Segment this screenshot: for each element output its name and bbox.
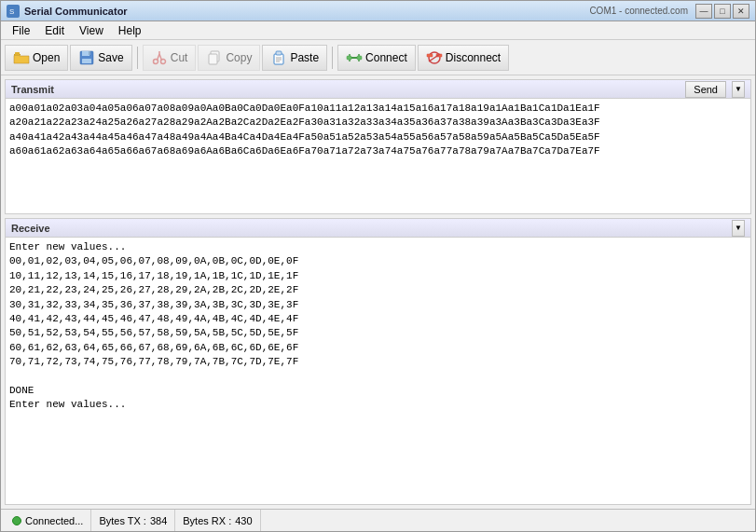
receive-label: Receive	[11, 223, 50, 234]
bytes-tx-status: Bytes TX : 384	[91, 510, 175, 531]
main-content: Transmit Send ▼ Receive ▼	[1, 75, 755, 509]
svg-rect-21	[357, 56, 362, 60]
cut-label: Cut	[171, 51, 188, 64]
svg-rect-5	[82, 51, 89, 56]
svg-text:S: S	[9, 7, 14, 16]
save-button[interactable]: Save	[70, 45, 131, 71]
window-controls: — □ ✕	[695, 4, 749, 19]
open-label: Open	[33, 51, 60, 64]
svg-rect-3	[15, 52, 20, 56]
transmit-dropdown[interactable]: ▼	[732, 81, 745, 98]
receive-dropdown[interactable]: ▼	[732, 220, 745, 237]
transmit-header: Transmit Send ▼	[6, 80, 750, 99]
copy-button[interactable]: Copy	[198, 45, 260, 71]
transmit-textarea[interactable]	[6, 99, 750, 213]
close-button[interactable]: ✕	[733, 4, 749, 19]
disconnect-label: Disconnect	[446, 51, 501, 64]
connect-label: Connect	[365, 51, 407, 64]
bytes-tx-label: Bytes TX :	[99, 515, 146, 526]
transmit-controls: Send ▼	[685, 81, 745, 98]
maximize-button[interactable]: □	[714, 4, 731, 19]
bytes-rx-status: Bytes RX : 430	[175, 510, 260, 531]
svg-rect-20	[347, 56, 351, 60]
menu-help[interactable]: Help	[111, 22, 149, 39]
bytes-tx-value: 384	[150, 515, 167, 526]
disconnect-icon	[426, 49, 443, 66]
status-bar: Connected... Bytes TX : 384 Bytes RX : 4…	[1, 509, 755, 531]
minimize-button[interactable]: —	[695, 4, 712, 19]
connect-button[interactable]: Connect	[337, 45, 416, 71]
window-subtitle: COM1 - connected.com	[589, 6, 688, 16]
app-icon: S	[7, 5, 20, 18]
paste-button[interactable]: Paste	[262, 45, 327, 71]
menu-bar: File Edit View Help	[1, 21, 755, 40]
open-icon	[13, 49, 30, 66]
save-icon	[78, 49, 95, 66]
paste-label: Paste	[290, 51, 319, 64]
window-title: Serial Communicator	[24, 6, 589, 17]
transmit-content	[6, 99, 750, 213]
copy-icon	[206, 49, 223, 66]
svg-line-11	[159, 54, 162, 61]
separator-1	[137, 47, 138, 69]
menu-view[interactable]: View	[72, 22, 111, 39]
svg-rect-14	[209, 54, 217, 64]
bytes-rx-value: 430	[235, 515, 252, 526]
menu-file[interactable]: File	[5, 22, 37, 39]
connected-label: Connected...	[25, 515, 83, 526]
svg-rect-28	[427, 54, 433, 57]
cut-button[interactable]: Cut	[143, 45, 197, 71]
connection-indicator	[12, 516, 21, 525]
svg-rect-16	[276, 51, 282, 55]
connection-status: Connected...	[8, 510, 91, 531]
copy-label: Copy	[226, 51, 252, 64]
paste-icon	[270, 49, 287, 66]
svg-rect-6	[89, 51, 90, 55]
transmit-label: Transmit	[11, 84, 54, 95]
svg-rect-7	[82, 59, 91, 63]
cut-icon	[151, 49, 168, 66]
open-button[interactable]: Open	[5, 45, 68, 71]
toolbar: Open Save	[1, 40, 755, 75]
disconnect-button[interactable]: Disconnect	[418, 45, 509, 71]
receive-content	[6, 238, 750, 504]
receive-panel: Receive ▼	[5, 218, 751, 505]
menu-edit[interactable]: Edit	[37, 22, 72, 39]
main-window: S Serial Communicator COM1 - connected.c…	[0, 0, 756, 532]
transmit-panel: Transmit Send ▼	[5, 79, 751, 214]
receive-header: Receive ▼	[6, 219, 750, 238]
receive-textarea[interactable]	[6, 238, 750, 504]
save-label: Save	[98, 51, 123, 64]
connect-icon	[346, 49, 363, 66]
title-bar: S Serial Communicator COM1 - connected.c…	[1, 1, 755, 21]
send-button[interactable]: Send	[685, 81, 726, 98]
bytes-rx-label: Bytes RX :	[183, 515, 231, 526]
separator-2	[332, 47, 333, 69]
